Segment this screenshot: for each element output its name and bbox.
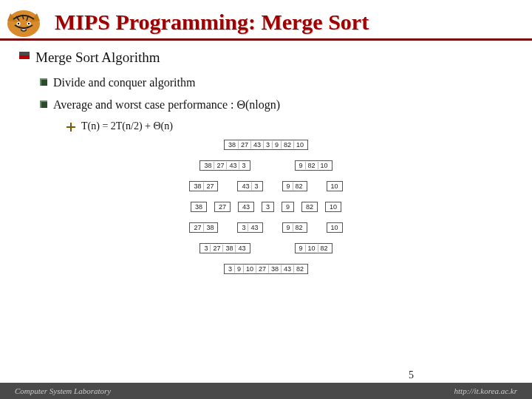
bullet-text: Divide and conquer algorithm: [53, 76, 195, 89]
diagram-cell: 10: [305, 245, 318, 252]
diagram-cell: 27: [256, 265, 268, 273]
diagram-cell: 27: [214, 162, 226, 169]
diagram-node: 38: [191, 202, 207, 212]
diagram-cell: 3: [251, 183, 260, 190]
diagram-node: 27: [214, 202, 231, 212]
diagram-cell: 38: [222, 245, 235, 252]
diagram-row: 382743398210: [118, 160, 414, 171]
diagram-node: 3827433: [200, 160, 250, 171]
diagram-cell: 43: [248, 224, 260, 231]
diagram-cell: 27: [238, 141, 250, 149]
diagram-cell: 10: [243, 265, 256, 273]
footer-right: http://it.korea.ac.kr: [454, 386, 517, 395]
slide-header: MIPS Programming: Merge Sort: [0, 0, 532, 41]
diagram-cell: 10: [329, 224, 341, 231]
diagram-cell: 9: [284, 224, 293, 231]
diagram-cell: 27: [210, 245, 222, 252]
diagram-node: 343: [237, 222, 262, 233]
bullet-icon-lvl2: [40, 100, 47, 108]
diagram-node: 433: [237, 181, 262, 191]
diagram-cell: 9: [284, 183, 293, 190]
diagram-row: 273834398210: [118, 222, 414, 233]
diagram-row: 382743398210: [118, 140, 414, 150]
slide-title: MIPS Programming: Merge Sort: [55, 10, 369, 35]
diagram-cell: 82: [293, 183, 305, 190]
bullet-text: Average and worst case performance : Θ(n…: [53, 98, 280, 112]
bullet-lvl2: Average and worst case performance : Θ(n…: [40, 98, 513, 112]
diagram-cell: 82: [293, 224, 305, 231]
diagram-cell: 43: [226, 162, 239, 169]
diagram-node: 43: [238, 202, 254, 212]
diagram-node: 98210: [295, 160, 332, 171]
diagram-node: 382743398210: [224, 140, 308, 150]
bullet-lvl2: Divide and conquer algorithm: [40, 76, 513, 89]
bullet-text: T(n) = 2T(n/2) + Θ(n): [81, 120, 173, 132]
diagram-cell: 9: [297, 162, 305, 169]
diagram-cell: 3: [263, 141, 272, 149]
diagram-node: 3827: [189, 181, 218, 191]
diagram-row: 391027384382: [118, 264, 414, 274]
diagram-cell: 43: [250, 141, 263, 149]
diagram-node: 9: [282, 202, 294, 212]
diagram-cell: 43: [239, 183, 251, 190]
bullet-icon-lvl3: [66, 123, 75, 132]
diagram-cell: 38: [202, 162, 214, 169]
tiger-logo: [3, 6, 44, 38]
diagram-cell: 3: [226, 265, 234, 273]
diagram-cell: 27: [216, 203, 228, 211]
diagram-node: 82: [301, 202, 318, 212]
diagram-cell: 82: [293, 265, 306, 273]
diagram-node: 10: [327, 181, 343, 191]
diagram-cell: 3: [239, 224, 248, 231]
bullet-lvl3: T(n) = 2T(n/2) + Θ(n): [66, 120, 513, 132]
svg-point-0: [7, 10, 40, 37]
diagram-node: 10: [327, 222, 343, 233]
diagram-cell: 38: [226, 141, 238, 149]
diagram-row: 382743398210: [118, 181, 414, 191]
svg-point-4: [28, 23, 30, 24]
diagram-node: 982: [282, 222, 307, 233]
diagram-cell: 10: [327, 203, 339, 211]
diagram-node: 91082: [295, 243, 332, 253]
bullet-icon-lvl2: [40, 78, 47, 86]
diagram-node: 391027384382: [224, 264, 308, 274]
diagram-cell: 82: [305, 162, 318, 169]
diagram-cell: 43: [240, 203, 252, 211]
diagram-cell: 38: [268, 265, 281, 273]
diagram-node: 3273843: [200, 243, 250, 253]
diagram-cell: 38: [193, 203, 205, 211]
footer-left: Computer System Laboratory: [15, 386, 111, 395]
merge-sort-diagram: 3827433982103827433982103827433982103827…: [118, 140, 414, 274]
diagram-cell: 3: [202, 245, 210, 252]
diagram-cell: 3: [264, 203, 272, 211]
diagram-cell: 38: [203, 224, 216, 231]
diagram-cell: 82: [281, 141, 293, 149]
diagram-cell: 43: [281, 265, 293, 273]
diagram-cell: 27: [203, 183, 216, 190]
diagram-row: 382743398210: [118, 202, 414, 212]
diagram-cell: 9: [284, 203, 292, 211]
diagram-cell: 10: [293, 141, 306, 149]
diagram-cell: 27: [191, 224, 203, 231]
diagram-cell: 9: [234, 265, 243, 273]
diagram-cell: 43: [235, 245, 248, 252]
diagram-cell: 82: [318, 245, 330, 252]
diagram-cell: 38: [191, 183, 203, 190]
diagram-cell: 10: [318, 162, 330, 169]
page-number: 5: [409, 369, 414, 381]
diagram-cell: 9: [297, 245, 305, 252]
diagram-cell: 9: [272, 141, 281, 149]
bullet-icon-lvl1: [19, 52, 30, 59]
diagram-node: 2738: [189, 222, 218, 233]
diagram-cell: 82: [304, 203, 316, 211]
diagram-cell: 10: [329, 183, 341, 190]
slide-footer: Computer System Laboratory http://it.kor…: [0, 383, 532, 399]
diagram-node: 3: [262, 202, 274, 212]
diagram-row: 327384391082: [118, 243, 414, 253]
bullet-text: Merge Sort Algorithm: [35, 50, 160, 66]
bullet-lvl1: Merge Sort Algorithm: [19, 50, 513, 66]
slide-content: Merge Sort Algorithm Divide and conquer …: [0, 50, 532, 274]
diagram-cell: 3: [239, 162, 248, 169]
svg-point-2: [18, 23, 19, 24]
diagram-node: 982: [282, 181, 307, 191]
